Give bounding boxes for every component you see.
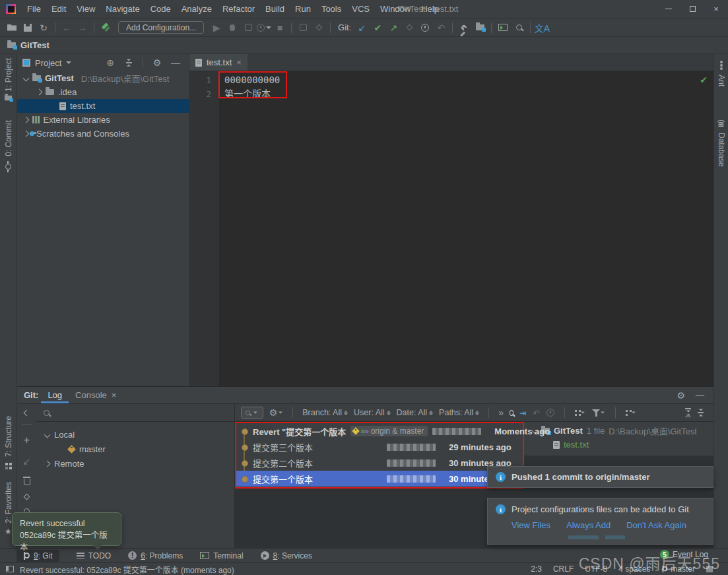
menu-vcs[interactable]: VCS (347, 0, 375, 18)
checkout-arrow-icon[interactable]: ↙ (22, 456, 31, 467)
tree-item-idea[interactable]: .idea (17, 85, 189, 99)
update-project-icon[interactable] (295, 20, 311, 35)
sync-icon[interactable]: ↻ (36, 20, 51, 35)
commit-row-1-selected[interactable]: 提交第一个版本 30 minutes ago (236, 471, 523, 487)
commit-row-2[interactable]: 提交第二个版本 30 minutes ago (236, 455, 523, 471)
toolwindow-problems-button[interactable]: ! 6: Problems (128, 551, 183, 560)
filter-funnel-icon[interactable] (592, 409, 605, 417)
git-push-icon[interactable]: ↗ (385, 20, 401, 35)
chevron-down-icon[interactable] (23, 75, 30, 82)
menu-refactor[interactable]: Refactor (217, 0, 260, 18)
run-configuration-select[interactable]: Add Configuration... (118, 21, 204, 34)
filter-branch[interactable]: Branch: All (302, 408, 348, 417)
details-file-row[interactable]: test.txt (524, 438, 713, 452)
log-history-icon[interactable] (546, 409, 554, 417)
presentation-grid-icon[interactable] (575, 410, 585, 416)
new-branch-icon[interactable]: + (24, 434, 30, 446)
debug-icon[interactable] (224, 20, 240, 35)
toolwindow-terminal-button[interactable]: Terminal (200, 551, 243, 560)
menu-code[interactable]: Code (145, 0, 176, 18)
editor-body[interactable]: 1 2 0000000000 第一个版本 ✔ (189, 71, 713, 386)
commit-row-revert[interactable]: Revert "提交第一个版本 » » origin & master Mome… (236, 423, 523, 439)
cherry-pick-icon[interactable] (401, 20, 417, 35)
dont-ask-again-link[interactable]: Don't Ask Again (626, 520, 686, 530)
menu-view[interactable]: View (71, 0, 100, 18)
tab-close-icon[interactable]: × (236, 57, 242, 67)
line-separator[interactable]: CRLF (553, 564, 574, 574)
view-files-link[interactable]: View Files (512, 520, 550, 530)
toolwindow-services-button[interactable]: 8: Services (261, 551, 312, 560)
filter-date[interactable]: Date: All (397, 408, 434, 417)
save-icon[interactable] (20, 20, 36, 35)
build-hammer-icon[interactable] (98, 20, 114, 35)
caret-position[interactable]: 2:3 (531, 564, 542, 574)
wrench-icon[interactable] (456, 20, 472, 35)
run-anything-icon[interactable] (495, 20, 511, 35)
stripe-structure-button[interactable]: 7: Structure (0, 416, 17, 469)
git-hide-panel-icon[interactable]: — (696, 390, 704, 400)
tree-item-scratches[interactable]: Scratches and Consoles (17, 127, 189, 141)
branch-group-remote[interactable]: Remote (36, 456, 234, 471)
stripe-database-button[interactable]: Database (714, 120, 728, 166)
tree-item-root[interactable]: GitTest D:\Backup\桌面\GitTest (17, 71, 189, 85)
history-icon[interactable] (417, 20, 433, 35)
hide-panel-icon[interactable]: — (168, 55, 183, 70)
close-button[interactable]: × (704, 0, 728, 18)
git-commit-icon[interactable]: ✔ (370, 20, 385, 35)
menu-navigate[interactable]: Navigate (100, 0, 145, 18)
delete-branch-icon[interactable] (24, 479, 30, 485)
menu-edit[interactable]: Edit (46, 0, 71, 18)
git-settings-gear-icon[interactable]: ⚙ (677, 390, 685, 401)
back-icon[interactable]: ← (59, 20, 75, 35)
menu-analyze[interactable]: Analyze (176, 0, 217, 18)
chevron-right-icon[interactable] (23, 117, 30, 123)
breadcrumb[interactable]: GitTest (20, 40, 50, 50)
chevron-down-icon[interactable] (44, 431, 51, 438)
git-update-icon[interactable]: ↙ (354, 20, 370, 35)
filter-paths[interactable]: Paths: All (439, 408, 479, 417)
maximize-button[interactable] (680, 0, 704, 18)
tree-item-testfile[interactable]: test.txt (17, 99, 189, 113)
log-gear-icon[interactable]: ⚙ (269, 407, 284, 418)
notification-pushed[interactable]: i Pushed 1 commit to origin/master (487, 466, 713, 488)
editor-code[interactable]: 0000000000 第一个版本 (218, 71, 713, 386)
menu-run[interactable]: Run (290, 0, 316, 18)
tab-console[interactable]: Console× (69, 387, 123, 403)
commit-row-3[interactable]: 提交第三个版本 29 minutes ago (236, 439, 523, 455)
collapse-all-icon[interactable] (121, 55, 137, 70)
stripe-project-button[interactable]: 1: Project (0, 58, 17, 101)
cherry-pick-icon[interactable] (24, 494, 30, 500)
expand-all-icon[interactable] (685, 408, 691, 417)
branch-master[interactable]: master (36, 442, 234, 456)
commit-ref-chip[interactable]: » » origin & master (350, 426, 428, 436)
branch-group-local[interactable]: Local (36, 427, 234, 442)
search-everywhere-icon[interactable] (511, 20, 527, 35)
coverage-icon[interactable] (240, 20, 256, 35)
project-view-selector[interactable]: Project (35, 58, 61, 68)
chevron-right-icon[interactable] (44, 460, 51, 467)
menu-tools[interactable]: Tools (316, 0, 347, 18)
stripe-commit-button[interactable]: 0: Commit (0, 120, 17, 174)
rollback-icon[interactable]: ↶ (433, 20, 449, 35)
go-to-hash-icon[interactable]: ⇥ (519, 408, 526, 418)
minimize-button[interactable] (657, 0, 680, 18)
log-undo-icon[interactable]: ↶ (533, 408, 540, 418)
collapse-panel-icon[interactable] (24, 410, 30, 417)
layout-icon[interactable] (626, 410, 636, 416)
chevron-right-icon[interactable] (36, 89, 43, 96)
project-settings-gear-icon[interactable]: ⚙ (149, 55, 165, 70)
chevron-right-icon[interactable] (23, 131, 30, 137)
toolwindow-toggle-icon[interactable] (6, 566, 14, 572)
console-close-icon[interactable]: × (112, 390, 117, 400)
tab-log[interactable]: Log (41, 387, 69, 403)
notification-config-files[interactable]: i Project configurations files can be ad… (487, 498, 713, 545)
stop-icon[interactable]: ■ (272, 20, 288, 35)
tree-item-external-libraries[interactable]: External Libraries (17, 113, 189, 127)
menu-build[interactable]: Build (260, 0, 290, 18)
always-add-link[interactable]: Always Add (566, 520, 611, 530)
status-message[interactable]: Revert successful: 052ca89c 提交第一个版本 (mom… (20, 564, 234, 575)
run-icon[interactable]: ▶ (209, 20, 224, 35)
profiler-icon[interactable] (256, 20, 272, 35)
open-icon[interactable] (4, 20, 20, 35)
branch-search-field[interactable] (36, 404, 234, 422)
